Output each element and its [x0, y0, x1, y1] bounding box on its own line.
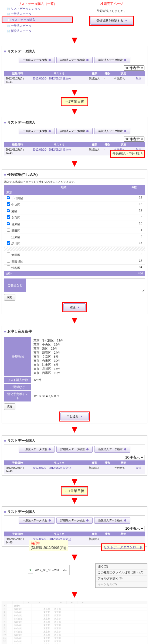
list-name-link[interactable]: 2012/08/20～2012/08/24 設立分 — [32, 466, 71, 469]
region-row: 台東区10 — [4, 221, 145, 227]
region-row: 文京区8 — [4, 214, 145, 221]
search-button[interactable]: 一般法人データ検索 — [19, 57, 55, 63]
list-name-link[interactable]: 2012/08/20～2012/08/24 設立分 — [32, 77, 71, 80]
page-size-select[interactable]: 10件表示 — [124, 137, 144, 142]
search-button[interactable]: 新設法人データ検索 — [94, 517, 130, 524]
region-row: 大田区6 — [4, 252, 145, 258]
region-row: 港区22 — [4, 208, 145, 214]
download-file[interactable]: 2012_08_06～201….xls — [25, 565, 70, 575]
cell: 2012/08/27(月) 14:46 — [4, 465, 31, 474]
flow-arrow-icon: ▼ — [0, 496, 149, 505]
col-header: 件数 — [123, 185, 145, 190]
page-size-select[interactable]: 10件表示 — [124, 526, 144, 531]
col-header: 種類 — [87, 142, 102, 147]
search-button[interactable]: 新設法人データ検索 — [94, 446, 130, 453]
check-status-button[interactable]: 登録状況を確認する — [90, 17, 133, 25]
region-checkbox[interactable] — [7, 241, 10, 245]
region-checkbox[interactable] — [7, 235, 10, 238]
cell: 新設法人 — [87, 536, 102, 545]
cancel-link[interactable]: 取消 — [136, 466, 141, 469]
panel-title: 件数確認(申し込み) — [4, 171, 145, 178]
search-button[interactable]: 新設法人データ検索 — [94, 128, 130, 134]
search-button[interactable]: 新設法人データ検索 — [94, 57, 130, 63]
search-button[interactable]: 詳細法人データ検索 — [56, 128, 93, 134]
region-checkbox[interactable] — [7, 259, 10, 263]
search-button[interactable]: 詳細法人データ検索 — [56, 517, 93, 524]
col-header: 状況 — [113, 532, 134, 536]
col-header: リスト名 — [31, 71, 87, 76]
region-checkbox[interactable] — [7, 265, 10, 269]
region-row: 墨田区1 — [4, 227, 145, 234]
search-button[interactable]: 一般法人データ検索 — [19, 446, 55, 453]
confirm-button[interactable]: 確認 — [63, 303, 86, 311]
cell-status: 件数待ち — [113, 76, 134, 84]
region-checkbox[interactable] — [7, 253, 10, 256]
cell: - — [102, 76, 113, 84]
nav-item[interactable]: リストデータレンタル — [2, 6, 73, 11]
col-header: 種類 — [87, 71, 102, 76]
total-label: 総計 — [6, 272, 12, 276]
context-menu: 開く(O) この種類のファイルは常に開く(A) フォルダを開く(S) キャンセル… — [95, 563, 147, 588]
region-checkbox[interactable] — [7, 228, 10, 232]
panel-title: お申し込み条件 — [4, 328, 145, 335]
back-button[interactable]: 戻る — [4, 403, 15, 410]
page-size-select[interactable]: 10件表示 — [124, 65, 144, 71]
cell: 新設法人 — [87, 147, 102, 155]
search-button[interactable]: 一般法人データ検索 — [19, 128, 55, 134]
search-button[interactable]: 詳細法人データ検索 — [56, 57, 93, 63]
action-tooltip: 件数確認・申込 取消 — [110, 150, 145, 158]
req-label: ご要望など — [4, 384, 31, 391]
col-header: 状況 — [113, 142, 134, 147]
submit-button[interactable]: 申し込み — [60, 413, 89, 420]
dl-status: 納品中 — [31, 541, 40, 545]
nav-item[interactable]: 一般法人データ — [2, 11, 73, 16]
nav-item[interactable]: 新設法人データ — [2, 28, 73, 34]
area-value: 東京 - 千代田区 11件東京 - 中央区 18件東京 - 港区 22件東京 -… — [31, 337, 145, 377]
request-input[interactable] — [26, 278, 145, 292]
region-row: 江東区8 — [4, 234, 145, 240]
cell: - — [102, 465, 113, 474]
nav-item[interactable]: 一般法人データ — [2, 23, 73, 28]
col-header: 状況 — [113, 460, 134, 465]
excel-preview: ABCDEF 1会社名2株式会社東京都東京都3株式会社東京都東京都4株式会社東京… — [2, 601, 147, 644]
region-row: 千代田区11 — [4, 195, 145, 201]
region-checkbox[interactable] — [7, 215, 10, 219]
col-header: 状況 — [113, 71, 134, 76]
download-button[interactable]: リストデータダウンロード — [104, 545, 143, 549]
cell: 件数待ち — [113, 465, 134, 474]
page-size-select[interactable]: 10件表示 — [124, 455, 144, 460]
flow-arrow-icon: ▼ — [0, 35, 149, 45]
nav-item-purchase[interactable]: リストデータ購入 — [2, 16, 73, 23]
col-header: 登録日時 — [4, 532, 31, 536]
flow-arrow-icon: ▼ — [0, 477, 149, 486]
col-header: 地域 — [4, 185, 123, 190]
col-header: 件数 — [102, 460, 113, 465]
pt-label: 消化予定ポイント — [4, 391, 31, 402]
menu-item-folder[interactable]: フォルダを開く(S) — [96, 576, 147, 582]
region-checkbox[interactable] — [7, 209, 10, 212]
flow-arrow-icon: ▼ — [0, 106, 149, 116]
search-button[interactable]: 詳細法人データ検索 — [56, 446, 93, 453]
panel-title: リストデータ購入 — [4, 508, 145, 516]
menu-item-always-open[interactable]: この種類のファイルは常に開く(A) — [96, 570, 147, 576]
day-badge: ～1営業日後 — [62, 487, 87, 494]
back-button[interactable]: 戻る — [4, 294, 15, 301]
region-checkbox[interactable] — [7, 196, 10, 199]
menu-item-cancel[interactable]: キャンセル(C) — [96, 582, 147, 587]
right-title: 検索完了ページ — [76, 2, 147, 6]
menu-item-open[interactable]: 開く(O) — [96, 564, 147, 570]
left-title: リストデータ購入（一覧） — [2, 2, 73, 6]
col-header: リスト名 — [31, 460, 87, 465]
flow-arrow-icon: ▼ — [0, 315, 149, 325]
cancel-link[interactable]: 取消 — [136, 77, 141, 80]
col-header: 件数 — [102, 532, 113, 536]
col-header — [134, 142, 145, 147]
cell: 新設法人 — [87, 76, 102, 84]
flow-arrow-icon: ▼ — [0, 589, 149, 599]
search-button[interactable]: 一般法人データ検索 — [19, 517, 55, 524]
region-checkbox[interactable] — [7, 202, 10, 206]
list-name-link[interactable]: 2012/08/20～2012/08/24 設立分 — [32, 148, 71, 151]
panel-title: リストデータ購入 — [4, 48, 145, 55]
flow-arrow-icon: ▼ — [0, 424, 149, 434]
region-checkbox[interactable] — [7, 222, 10, 225]
